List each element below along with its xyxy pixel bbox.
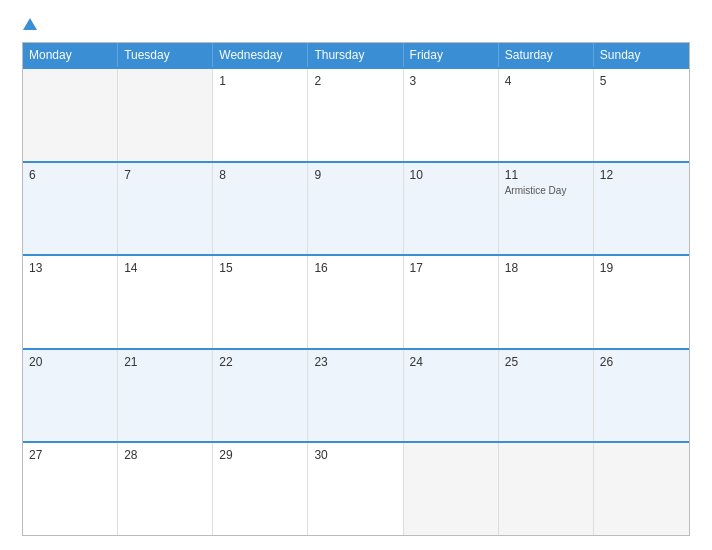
- day-cell: 3: [404, 69, 499, 161]
- weeks-container: 1234567891011Armistice Day12131415161718…: [23, 67, 689, 535]
- day-cell: 16: [308, 256, 403, 348]
- day-cell: 22: [213, 350, 308, 442]
- day-cell: 13: [23, 256, 118, 348]
- day-cell: 21: [118, 350, 213, 442]
- day-number: 5: [600, 74, 683, 88]
- week-row-1: 12345: [23, 67, 689, 161]
- day-number: 24: [410, 355, 492, 369]
- day-cell: [594, 443, 689, 535]
- day-cell: 29: [213, 443, 308, 535]
- day-cell: 14: [118, 256, 213, 348]
- day-number: 26: [600, 355, 683, 369]
- week-row-4: 20212223242526: [23, 348, 689, 442]
- day-headers-row: Monday Tuesday Wednesday Thursday Friday…: [23, 43, 689, 67]
- day-number: 22: [219, 355, 301, 369]
- day-cell: 5: [594, 69, 689, 161]
- day-number: 27: [29, 448, 111, 462]
- day-number: 15: [219, 261, 301, 275]
- day-cell: 12: [594, 163, 689, 255]
- day-number: 19: [600, 261, 683, 275]
- day-cell: [23, 69, 118, 161]
- day-cell: 1: [213, 69, 308, 161]
- header-monday: Monday: [23, 43, 118, 67]
- day-number: 23: [314, 355, 396, 369]
- day-cell: [118, 69, 213, 161]
- day-cell: 9: [308, 163, 403, 255]
- day-cell: 4: [499, 69, 594, 161]
- header-saturday: Saturday: [499, 43, 594, 67]
- day-cell: 20: [23, 350, 118, 442]
- day-number: 16: [314, 261, 396, 275]
- day-number: 8: [219, 168, 301, 182]
- day-number: 29: [219, 448, 301, 462]
- week-row-2: 67891011Armistice Day12: [23, 161, 689, 255]
- day-cell: 8: [213, 163, 308, 255]
- logo: [22, 18, 37, 32]
- day-number: 20: [29, 355, 111, 369]
- day-cell: 15: [213, 256, 308, 348]
- day-number: 1: [219, 74, 301, 88]
- header-wednesday: Wednesday: [213, 43, 308, 67]
- day-cell: 26: [594, 350, 689, 442]
- day-cell: 28: [118, 443, 213, 535]
- header-friday: Friday: [404, 43, 499, 67]
- day-number: 3: [410, 74, 492, 88]
- header: [22, 18, 690, 32]
- header-thursday: Thursday: [308, 43, 403, 67]
- header-sunday: Sunday: [594, 43, 689, 67]
- day-cell: 11Armistice Day: [499, 163, 594, 255]
- day-number: 14: [124, 261, 206, 275]
- holiday-label: Armistice Day: [505, 184, 587, 197]
- day-number: 11: [505, 168, 587, 182]
- day-cell: 10: [404, 163, 499, 255]
- day-number: 7: [124, 168, 206, 182]
- day-cell: 18: [499, 256, 594, 348]
- day-number: 17: [410, 261, 492, 275]
- calendar: Monday Tuesday Wednesday Thursday Friday…: [22, 42, 690, 536]
- logo-triangle-icon: [23, 18, 37, 30]
- day-cell: 30: [308, 443, 403, 535]
- day-cell: 25: [499, 350, 594, 442]
- day-cell: 27: [23, 443, 118, 535]
- day-number: 21: [124, 355, 206, 369]
- day-number: 28: [124, 448, 206, 462]
- calendar-page: Monday Tuesday Wednesday Thursday Friday…: [0, 0, 712, 550]
- day-cell: 17: [404, 256, 499, 348]
- day-number: 30: [314, 448, 396, 462]
- day-number: 10: [410, 168, 492, 182]
- day-cell: 2: [308, 69, 403, 161]
- day-cell: 6: [23, 163, 118, 255]
- day-cell: 7: [118, 163, 213, 255]
- day-number: 12: [600, 168, 683, 182]
- week-row-5: 27282930: [23, 441, 689, 535]
- day-cell: [404, 443, 499, 535]
- week-row-3: 13141516171819: [23, 254, 689, 348]
- day-cell: 24: [404, 350, 499, 442]
- day-cell: 23: [308, 350, 403, 442]
- day-number: 18: [505, 261, 587, 275]
- day-cell: [499, 443, 594, 535]
- day-number: 4: [505, 74, 587, 88]
- day-number: 2: [314, 74, 396, 88]
- day-number: 6: [29, 168, 111, 182]
- header-tuesday: Tuesday: [118, 43, 213, 67]
- day-cell: 19: [594, 256, 689, 348]
- day-number: 25: [505, 355, 587, 369]
- day-number: 13: [29, 261, 111, 275]
- day-number: 9: [314, 168, 396, 182]
